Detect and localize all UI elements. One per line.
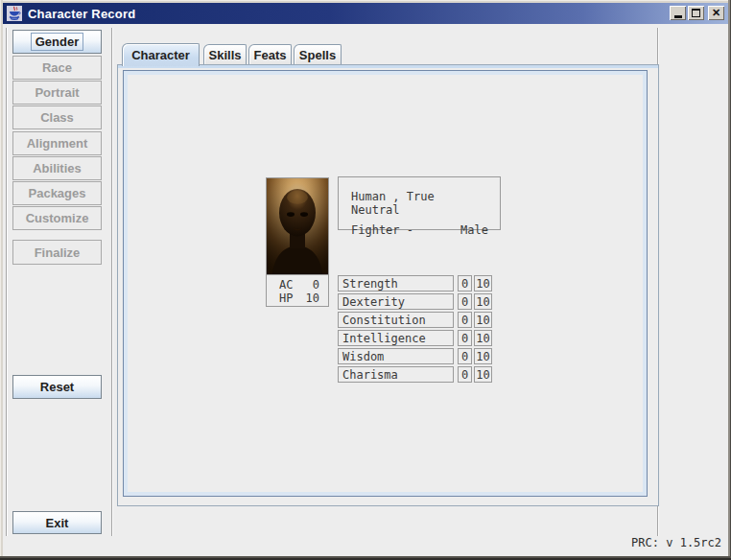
- portrait-button[interactable]: Portrait: [12, 81, 102, 105]
- ability-mod-charisma: 0: [458, 366, 472, 383]
- tab-spells[interactable]: Spells: [294, 44, 342, 65]
- race-button[interactable]: Race: [12, 56, 102, 80]
- portrait-stats: AC 0 HP 10: [267, 275, 328, 305]
- race-alignment-text: Human , True Neutral: [351, 190, 488, 217]
- ac-label: AC: [279, 278, 302, 292]
- window-controls: ✕: [670, 6, 724, 20]
- application-window: Character Record ✕ Gender Race Portrait …: [0, 0, 731, 560]
- hp-label: HP: [279, 292, 302, 305]
- ability-name-charisma: Charisma: [338, 366, 454, 383]
- portrait-box: AC 0 HP 10: [266, 177, 329, 307]
- version-label: PRC: v 1.5rc2: [631, 536, 721, 549]
- character-info-box: Human , True Neutral Fighter - Male: [338, 176, 501, 230]
- ability-score-intelligence: 10: [474, 330, 492, 346]
- gender-button-label: Gender: [31, 33, 84, 51]
- window-title: Character Record: [28, 7, 135, 21]
- hp-value: 10: [302, 292, 319, 305]
- ability-name-wisdom: Wisdom: [338, 348, 454, 364]
- maximize-button[interactable]: [688, 6, 704, 20]
- ac-value: 0: [302, 278, 319, 292]
- ability-mod-dexterity: 0: [458, 293, 472, 310]
- ability-score-constitution: 10: [474, 312, 492, 328]
- ability-mod-wisdom: 0: [458, 348, 472, 364]
- ability-mod-strength: 0: [458, 275, 472, 292]
- class-button[interactable]: Class: [12, 105, 102, 129]
- ability-mod-intelligence: 0: [458, 330, 472, 346]
- ability-score-charisma: 10: [474, 366, 492, 383]
- java-cup-icon: [7, 6, 22, 21]
- window-border-bottom[interactable]: [0, 556, 731, 560]
- class-text: Fighter -: [351, 223, 413, 237]
- close-button[interactable]: ✕: [708, 6, 724, 20]
- ability-score-wisdom: 10: [474, 348, 492, 364]
- packages-button[interactable]: Packages: [12, 181, 102, 205]
- title-bar[interactable]: Character Record ✕: [3, 3, 728, 24]
- minimize-icon: [674, 15, 682, 18]
- left-panel-edge: [6, 28, 8, 536]
- ability-score-strength: 10: [474, 275, 492, 292]
- tab-character[interactable]: Character: [122, 43, 200, 66]
- alignment-button[interactable]: Alignment: [12, 131, 102, 155]
- abilities-button[interactable]: Abilities: [12, 156, 102, 180]
- ability-name-constitution: Constitution: [338, 312, 454, 328]
- ability-name-intelligence: Intelligence: [338, 330, 454, 346]
- maximize-icon: [692, 9, 700, 17]
- minimize-button[interactable]: [670, 6, 686, 20]
- finalize-button[interactable]: Finalize: [12, 240, 102, 265]
- tab-feats[interactable]: Feats: [248, 44, 292, 65]
- window-border-left: [0, 0, 3, 560]
- reset-button[interactable]: Reset: [12, 375, 102, 399]
- ability-mod-constitution: 0: [458, 312, 472, 328]
- tab-skills[interactable]: Skills: [203, 44, 247, 65]
- exit-button[interactable]: Exit: [12, 511, 102, 534]
- portrait-image: [267, 178, 328, 275]
- customize-button[interactable]: Customize: [12, 206, 102, 230]
- sidebar-divider: [111, 28, 113, 536]
- ability-name-strength: Strength: [338, 275, 454, 292]
- ability-score-dexterity: 10: [474, 293, 492, 310]
- ability-name-dexterity: Dexterity: [338, 293, 454, 310]
- close-icon: ✕: [712, 8, 720, 18]
- gender-button[interactable]: Gender: [12, 30, 102, 54]
- gender-text: Male: [460, 223, 488, 237]
